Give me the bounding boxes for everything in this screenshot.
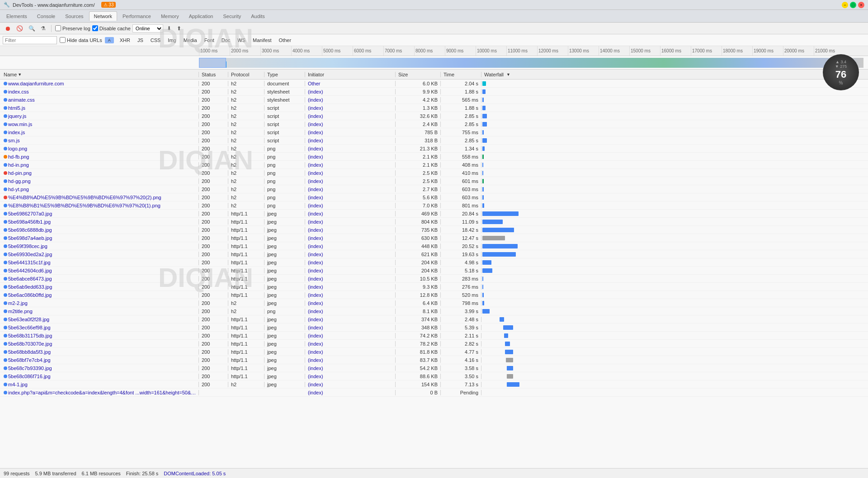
row-status: 200 <box>199 130 228 135</box>
waterfall-bar <box>482 309 490 314</box>
tab-security[interactable]: Security <box>218 12 245 21</box>
tab-application[interactable]: Application <box>184 12 218 21</box>
table-row[interactable]: m4-1.jpg200h2jpeg(index)154 KB7.13 s <box>0 380 868 389</box>
export-button[interactable]: ⬆ <box>175 24 183 33</box>
col-header-size[interactable]: Size <box>396 72 441 77</box>
table-row[interactable]: 5be63ea0f2f28.jpg200http/1.1jpeg(index)3… <box>0 315 868 323</box>
table-row[interactable]: 5be69862707a0.jpg200http/1.1jpeg(index)4… <box>0 210 868 218</box>
row-size: 2.4 KB <box>396 122 441 127</box>
tab-memory[interactable]: Memory <box>156 12 184 21</box>
table-row[interactable]: 5be68bb8da5f3.jpg200http/1.1jpeg(index)8… <box>0 348 868 356</box>
minimize-button[interactable]: − <box>842 2 848 8</box>
tab-elements[interactable]: Elements <box>2 12 32 21</box>
table-row[interactable]: wow.min.js200h2script(index)2.4 KB2.85 s <box>0 120 868 128</box>
filter-xhr[interactable]: XHR <box>117 37 133 44</box>
record-button[interactable]: ⏺ <box>3 24 13 33</box>
table-row[interactable]: 5be6442604cd6.jpg200http/1.1jpeg(index)2… <box>0 267 868 275</box>
preserve-log-label[interactable]: Preserve log <box>55 25 90 31</box>
table-row[interactable]: hd-pin.png200h2png(index)2.5 KB410 ms <box>0 169 868 177</box>
hide-data-urls-checkbox[interactable] <box>60 37 66 43</box>
table-row[interactable]: hd-gg.png200h2png(index)2.5 KB601 ms <box>0 177 868 185</box>
filter-css[interactable]: CSS <box>147 37 164 44</box>
table-row[interactable]: html5.js200h2script(index)1.3 KB1.88 s <box>0 104 868 112</box>
table-row[interactable]: 5be698a456fb1.jpg200http/1.1jpeg(index)8… <box>0 218 868 226</box>
filter-ws[interactable]: WS <box>234 37 249 44</box>
disable-cache-checkbox[interactable] <box>92 25 98 31</box>
col-header-status[interactable]: Status <box>199 72 228 77</box>
row-status: 200 <box>199 227 228 233</box>
table-row[interactable]: index.css200h2stylesheet(index)9.9 KB1.8… <box>0 88 868 96</box>
row-protocol: h2 <box>228 195 264 200</box>
table-row[interactable]: 5be698d7a4aeb.jpg200http/1.1jpeg(index)6… <box>0 234 868 242</box>
network-table[interactable]: DIQIAN DIQIAN DIQIAN www.daqianfurniture… <box>0 80 868 454</box>
table-row[interactable]: 5be6ab9edd633.jpg200http/1.1jpeg(index)9… <box>0 283 868 291</box>
row-time: 798 ms <box>441 300 481 306</box>
filter-font[interactable]: Font <box>201 37 217 44</box>
row-size: 9.9 KB <box>396 89 441 94</box>
filter-img[interactable]: Img <box>165 37 179 44</box>
col-header-initiator[interactable]: Initiator <box>305 72 396 77</box>
table-row[interactable]: 5be69930ed2a2.jpg200http/1.1jpeg(index)6… <box>0 250 868 258</box>
table-row[interactable]: 5be68c7b93390.jpg200http/1.1jpeg(index)5… <box>0 364 868 372</box>
hide-data-urls-label[interactable]: Hide data URLs <box>60 37 102 43</box>
table-row[interactable]: 5be68bf7e7cb4.jpg200http/1.1jpeg(index)8… <box>0 356 868 364</box>
table-row[interactable]: m2title.png200h2png(index)8.1 KB3.99 s <box>0 307 868 315</box>
table-row[interactable]: m2-2.jpg200h2jpeg(index)6.4 KB798 ms <box>0 299 868 307</box>
clear-button[interactable]: 🚫 <box>14 24 25 33</box>
timeline-selection[interactable] <box>199 58 226 68</box>
preserve-log-checkbox[interactable] <box>55 25 61 31</box>
table-row[interactable]: 5be68b31175db.jpg200http/1.1jpeg(index)7… <box>0 332 868 340</box>
table-row[interactable]: jquery.js200h2script(index)32.6 KB2.85 s <box>0 112 868 120</box>
table-row[interactable]: 5be6441315c1f.jpg200http/1.1jpeg(index)2… <box>0 258 868 267</box>
table-row[interactable]: logo.pnghttps://www.daqianfurniture.com/… <box>0 145 868 153</box>
filter-button[interactable]: ⚗ <box>39 24 47 33</box>
window-controls[interactable]: − □ × <box>842 2 864 8</box>
filter-doc[interactable]: Doc <box>218 37 234 44</box>
col-header-protocol[interactable]: Protocol <box>228 72 264 77</box>
table-row[interactable]: %E8%B8%B1%E5%9B%BD%E5%9B%BD%E6%97%97%20(… <box>0 202 868 210</box>
filter-manifest[interactable]: Manifest <box>250 37 275 44</box>
tab-audits[interactable]: Audits <box>246 12 269 21</box>
close-button[interactable]: × <box>858 2 864 8</box>
table-row[interactable]: 5be68b703070e.jpg200http/1.1jpeg(index)7… <box>0 340 868 348</box>
tab-performance[interactable]: Performance <box>118 12 156 21</box>
tab-network[interactable]: Network <box>89 11 117 21</box>
table-row[interactable]: 5be69f398cec.jpg200http/1.1jpeg(index)44… <box>0 242 868 250</box>
table-row[interactable]: index.php?a=api&m=checkcode&a=index&leng… <box>0 389 868 397</box>
col-header-type[interactable]: Type <box>264 72 305 77</box>
throttle-select[interactable]: Online Fast 3G Slow 3G Offline <box>132 24 163 33</box>
row-time: 2.48 s <box>441 317 481 322</box>
filter-media[interactable]: Media <box>180 37 200 44</box>
table-row[interactable]: 5be6abce86473.jpg200http/1.1jpeg(index)1… <box>0 275 868 283</box>
col-header-name[interactable]: Name ▼ <box>0 72 199 77</box>
filter-other[interactable]: Other <box>276 37 295 44</box>
table-row[interactable]: 5be698c6888db.jpg200http/1.1jpeg(index)7… <box>0 226 868 234</box>
col-header-time[interactable]: Time <box>441 72 481 77</box>
table-row[interactable]: sm.js200h2script(index)318 B2.85 s <box>0 136 868 145</box>
row-waterfall <box>481 104 868 112</box>
row-waterfall <box>481 88 868 95</box>
filter-js[interactable]: JS <box>134 37 146 44</box>
maximize-button[interactable]: □ <box>850 2 856 8</box>
filter-input[interactable] <box>3 36 57 44</box>
table-row[interactable]: 5be68c086f716.jpg200http/1.1jpeg(index)8… <box>0 372 868 380</box>
search-button[interactable]: 🔍 <box>27 24 37 33</box>
table-row[interactable]: hd-fb.png200h2png(index)2.1 KB558 ms <box>0 153 868 161</box>
import-button[interactable]: ⬇ <box>165 24 173 33</box>
tab-sources[interactable]: Sources <box>61 12 88 21</box>
timeline-bar[interactable] <box>0 56 868 70</box>
table-row[interactable]: 5be6ac086b0ffd.jpg200http/1.1jpeg(index)… <box>0 291 868 299</box>
tab-console[interactable]: Console <box>33 12 60 21</box>
row-name-text: 5be69f398cec.jpg <box>8 244 47 249</box>
disable-cache-label[interactable]: Disable cache <box>92 25 131 31</box>
row-protocol: h2 <box>228 154 264 159</box>
table-row[interactable]: hd-yt.png200h2png(index)2.7 KB603 ms <box>0 185 868 193</box>
table-row[interactable]: animate.css200h2stylesheet(index)4.2 KB5… <box>0 96 868 104</box>
table-row[interactable]: index.js200h2script(index)785 B755 ms <box>0 128 868 136</box>
table-row[interactable]: hd-in.png200h2png(index)2.1 KB408 ms <box>0 161 868 169</box>
col-header-waterfall[interactable]: Waterfall ▼ <box>481 72 868 77</box>
row-status: 200 <box>199 268 228 273</box>
table-row[interactable]: www.daqianfurniture.com200h2documentOthe… <box>0 80 868 88</box>
table-row[interactable]: 5be63ec66ef98.jpg200http/1.1jpeg(index)3… <box>0 323 868 332</box>
table-row[interactable]: %E4%B8%AD%E5%9B%BD%E5%9B%BD%E6%97%97%20(… <box>0 193 868 202</box>
